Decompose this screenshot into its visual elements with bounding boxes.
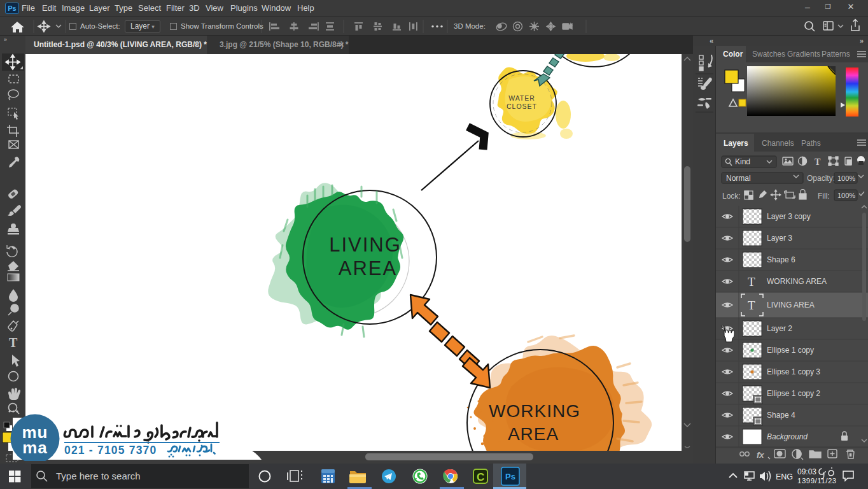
- svg-text:ENG: ENG: [776, 472, 793, 481]
- svg-text:T: T: [748, 299, 755, 312]
- svg-text:Layer 2: Layer 2: [767, 324, 792, 333]
- svg-text:Shape 4: Shape 4: [767, 411, 795, 420]
- svg-text:Ellipse 1 copy: Ellipse 1 copy: [767, 346, 814, 355]
- svg-text:Paths: Paths: [801, 139, 821, 148]
- svg-text:09:03: 09:03: [797, 467, 816, 476]
- svg-text:T: T: [815, 157, 821, 167]
- svg-text:Opacity:: Opacity:: [807, 174, 835, 183]
- svg-text:100%: 100%: [837, 192, 855, 199]
- svg-text:Layers: Layers: [724, 139, 748, 148]
- svg-text:WATER: WATER: [508, 94, 535, 102]
- svg-text:AREA: AREA: [508, 424, 559, 444]
- svg-text:fx: fx: [757, 450, 764, 460]
- svg-text:Layer 3: Layer 3: [767, 234, 792, 243]
- svg-text:Lock:: Lock:: [722, 192, 741, 201]
- svg-text:»: »: [4, 36, 7, 43]
- svg-text:Ellipse 1 copy 3: Ellipse 1 copy 3: [767, 367, 820, 376]
- svg-text:Kind: Kind: [735, 157, 750, 166]
- svg-text:T: T: [748, 275, 755, 288]
- svg-text:WORKING AREA: WORKING AREA: [767, 277, 827, 286]
- svg-text:Layer 3 copy: Layer 3 copy: [767, 212, 811, 221]
- svg-text:Ps: Ps: [505, 472, 515, 481]
- svg-text:Type here to search: Type here to search: [56, 471, 141, 481]
- svg-text:C: C: [477, 471, 484, 483]
- svg-text:Gradients: Gradients: [787, 50, 820, 59]
- svg-text:Color: Color: [723, 50, 743, 59]
- svg-text:Swatches: Swatches: [752, 50, 785, 59]
- svg-text:AREA: AREA: [339, 257, 397, 280]
- svg-text:021 - 7105 7370: 021 - 7105 7370: [64, 444, 157, 457]
- svg-text:1399/11/23: 1399/11/23: [797, 477, 837, 485]
- svg-text:Patterns: Patterns: [822, 50, 850, 59]
- svg-text:Fill:: Fill:: [818, 192, 830, 201]
- svg-text:Normal: Normal: [726, 174, 751, 183]
- svg-text:WORKING: WORKING: [489, 401, 580, 421]
- svg-text:T: T: [9, 336, 18, 350]
- svg-text:Shape 6: Shape 6: [767, 255, 795, 264]
- svg-text:ma: ma: [22, 438, 48, 457]
- svg-text:Ellipse 1 copy 2: Ellipse 1 copy 2: [767, 389, 820, 398]
- svg-text:Channels: Channels: [762, 139, 794, 148]
- svg-text:100%: 100%: [837, 174, 855, 182]
- svg-text:CLOSET: CLOSET: [507, 103, 537, 110]
- svg-text:Background: Background: [767, 432, 808, 441]
- svg-text:LIVING: LIVING: [329, 234, 402, 256]
- svg-text:LIVING AREA: LIVING AREA: [767, 301, 815, 309]
